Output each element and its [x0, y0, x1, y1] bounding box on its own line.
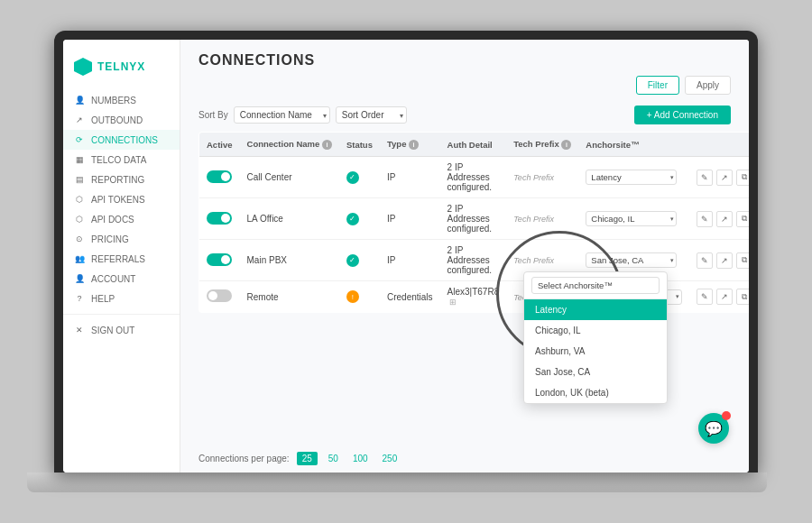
anchorsite-select-1[interactable]: Latency Chicago, IL Ashburn, VA San Jose… — [586, 170, 677, 185]
toggle-4[interactable] — [207, 289, 232, 302]
page-num-250[interactable]: 250 — [379, 452, 401, 465]
sidebar-item-account[interactable]: 👤 ACCOUNT — [63, 269, 180, 289]
sort-by-select[interactable]: Connection Name Status Type — [234, 106, 330, 124]
row-status-2: ✓ — [339, 198, 380, 240]
row-name-1: Call Center — [240, 157, 339, 198]
row-auth-3: 2 IP Addresses configured. — [440, 240, 507, 281]
col-actions — [689, 133, 749, 157]
connection-name-info-icon[interactable]: i — [322, 140, 332, 150]
sidebar-item-pricing[interactable]: ⊙ PRICING — [63, 229, 180, 249]
copy-btn-1[interactable]: ⧉ — [736, 170, 749, 186]
table-row: LA Office ✓ IP 2 IP Addresses configured… — [199, 198, 750, 240]
sidebar-item-sign-out-label: SIGN OUT — [91, 326, 134, 335]
sidebar-item-help[interactable]: ? HELP — [63, 289, 180, 308]
sidebar-item-sign-out[interactable]: ✕ SIGN OUT — [63, 320, 180, 340]
add-connection-button[interactable]: + Add Connection — [634, 106, 731, 124]
dropdown-item-chicago[interactable]: Chicago, IL — [524, 320, 667, 341]
numbers-icon: 👤 — [74, 95, 85, 106]
link-btn-2[interactable]: ↗ — [716, 211, 733, 227]
sidebar-item-numbers[interactable]: 👤 NUMBERS — [63, 90, 180, 110]
sidebar-item-outbound[interactable]: ↗ OUTBOUND — [63, 110, 180, 130]
action-icons-2: ✎ ↗ ⧉ 🗑 — [697, 211, 749, 227]
tech-prefix-info-icon[interactable]: i — [561, 140, 571, 150]
sidebar-item-api-docs[interactable]: ⬡ API DOCS — [63, 209, 180, 229]
connection-name-4: Remote — [247, 292, 279, 302]
anchorsite-dropdown: Latency Chicago, IL Ashburn, VA San Jose… — [523, 271, 668, 404]
sidebar-item-connections[interactable]: ⟳ CONNECTIONS — [63, 130, 180, 150]
toggle-2[interactable] — [207, 212, 232, 225]
sidebar-item-telco-data[interactable]: ▦ TELCO DATA — [63, 150, 180, 170]
toggle-1[interactable] — [207, 170, 232, 183]
main-content: CONNECTIONS Filter Apply Sort By Connect… — [180, 40, 749, 473]
copy-btn-3[interactable]: ⧉ — [736, 252, 749, 269]
action-icons-3: ✎ ↗ ⧉ 🗑 — [697, 252, 749, 269]
col-status: Status — [339, 133, 380, 157]
sidebar-item-referrals[interactable]: 👥 REFERRALS — [63, 249, 180, 269]
reporting-icon: ▤ — [74, 174, 85, 185]
apply-button[interactable]: Apply — [685, 76, 731, 95]
sidebar-item-reporting-label: REPORTING — [91, 175, 144, 185]
chat-button[interactable]: 💬 — [698, 413, 729, 444]
page-num-50[interactable]: 50 — [325, 452, 342, 465]
connection-name-3: Main PBX — [247, 255, 287, 265]
page-num-100[interactable]: 100 — [349, 452, 372, 465]
tech-prefix-value-2: Tech Prefix — [513, 215, 554, 224]
anchorsite-wrapper-3[interactable]: Latency Chicago, IL Ashburn, VA San Jose… — [586, 252, 677, 268]
anchorsite-wrapper-1[interactable]: Latency Chicago, IL Ashburn, VA San Jose… — [586, 170, 677, 185]
sidebar-item-api-docs-label: API DOCS — [91, 215, 134, 225]
col-auth-detail: Auth Detail — [440, 133, 507, 157]
sidebar-item-api-tokens-label: API TOKENS — [91, 195, 145, 205]
api-docs-icon: ⬡ — [74, 214, 85, 225]
toggle-3[interactable] — [207, 253, 232, 266]
action-icons-1: ✎ ↗ ⧉ 🗑 — [697, 170, 749, 186]
row-actions-4: ✎ ↗ ⧉ 🗑 — [689, 281, 749, 313]
row-anchorsite-2: Latency Chicago, IL Ashburn, VA San Jose… — [578, 198, 689, 240]
anchorsite-select-2[interactable]: Latency Chicago, IL Ashburn, VA San Jose… — [586, 211, 677, 226]
row-name-4: Remote — [240, 281, 339, 313]
referrals-icon: 👥 — [74, 253, 85, 264]
sort-order-wrapper[interactable]: Sort Order Ascending Descending — [336, 106, 407, 124]
link-btn-1[interactable]: ↗ — [716, 170, 733, 186]
row-active-2 — [199, 198, 240, 240]
filter-button[interactable]: Filter — [636, 76, 679, 95]
dropdown-item-ashburn[interactable]: Ashburn, VA — [524, 341, 667, 362]
anchorsite-select-3[interactable]: Latency Chicago, IL Ashburn, VA San Jose… — [586, 252, 677, 268]
sidebar-item-telco-data-label: TELCO DATA — [91, 155, 146, 165]
row-actions-1: ✎ ↗ ⧉ 🗑 — [689, 157, 749, 198]
status-ok-icon-2: ✓ — [346, 213, 359, 225]
laptop-base — [27, 473, 767, 492]
sort-order-select[interactable]: Sort Order Ascending Descending — [336, 106, 407, 124]
nav-divider — [63, 314, 180, 315]
row-type-4: Credentials — [380, 281, 440, 313]
toolbar-left: Sort By Connection Name Status Type Sort… — [198, 106, 407, 124]
edit-btn-2[interactable]: ✎ — [697, 211, 713, 227]
sidebar-item-referrals-label: REFERRALS — [91, 254, 145, 264]
link-btn-4[interactable]: ↗ — [716, 289, 733, 305]
telco-data-icon: ▦ — [74, 154, 85, 165]
row-active-3 — [199, 240, 240, 281]
dropdown-item-latency[interactable]: Latency — [524, 299, 667, 320]
dropdown-item-san-jose[interactable]: San Jose, CA — [524, 362, 667, 382]
dropdown-item-london[interactable]: London, UK (beta) — [524, 382, 667, 403]
page-num-25[interactable]: 25 — [297, 452, 318, 465]
sort-by-wrapper[interactable]: Connection Name Status Type — [234, 106, 330, 124]
type-info-icon[interactable]: i — [409, 140, 419, 150]
anchorsite-wrapper-2[interactable]: Latency Chicago, IL Ashburn, VA San Jose… — [586, 211, 677, 226]
col-anchorsite: Anchorsite™ — [578, 133, 689, 157]
logo-icon — [74, 58, 92, 76]
sort-label: Sort By — [198, 110, 228, 120]
col-active: Active — [199, 133, 240, 157]
row-name-2: LA Office — [240, 198, 339, 240]
sidebar-item-api-tokens[interactable]: ⬡ API TOKENS — [63, 189, 180, 209]
col-type: Type i — [380, 133, 440, 157]
dropdown-search-input[interactable] — [531, 277, 660, 294]
edit-btn-4[interactable]: ✎ — [697, 289, 713, 305]
link-btn-3[interactable]: ↗ — [716, 252, 733, 269]
copy-btn-4[interactable]: ⧉ — [736, 289, 749, 305]
row-status-4: ! — [339, 281, 380, 313]
auth-icon-4: ⊞ — [449, 298, 457, 307]
edit-btn-3[interactable]: ✎ — [697, 252, 713, 269]
copy-btn-2[interactable]: ⧉ — [736, 211, 749, 227]
edit-btn-1[interactable]: ✎ — [697, 170, 713, 186]
sidebar-item-reporting[interactable]: ▤ REPORTING — [63, 170, 180, 189]
